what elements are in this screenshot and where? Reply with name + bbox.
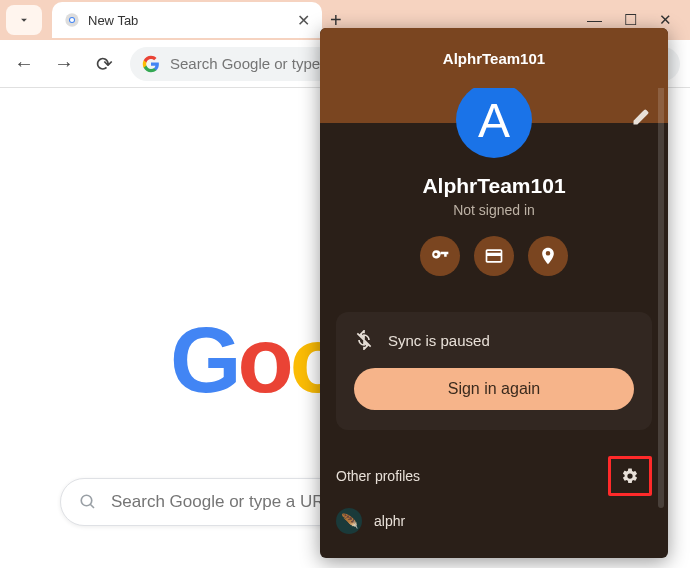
gear-icon	[621, 467, 639, 485]
edit-profile-button[interactable]	[632, 108, 650, 126]
other-profile-avatar: 🪶	[336, 508, 362, 534]
avatar-container: A	[320, 88, 668, 158]
other-profile-item[interactable]: 🪶 alphr	[336, 508, 652, 534]
profile-panel: AlphrTeam101 A AlphrTeam101 Not signed i…	[320, 28, 668, 558]
payment-methods-button[interactable]	[474, 236, 514, 276]
location-icon	[538, 246, 558, 266]
profile-display-name: AlphrTeam101	[320, 174, 668, 198]
other-profiles-section: Other profiles 🪶 alphr	[320, 456, 668, 534]
minimize-button[interactable]: —	[587, 11, 602, 29]
addresses-button[interactable]	[528, 236, 568, 276]
pencil-icon	[632, 108, 650, 126]
close-window-button[interactable]: ✕	[659, 11, 672, 29]
manage-profiles-button[interactable]	[621, 467, 639, 485]
sync-off-icon	[354, 330, 374, 350]
profile-panel-header: AlphrTeam101	[320, 28, 668, 88]
svg-line-4	[90, 504, 94, 508]
window-controls: — ☐ ✕	[587, 11, 690, 29]
tab-search-dropdown[interactable]	[6, 5, 42, 35]
sign-in-again-button[interactable]: Sign in again	[354, 368, 634, 410]
reload-button[interactable]: ⟳	[90, 52, 118, 76]
forward-button[interactable]: →	[50, 52, 78, 75]
key-icon	[430, 246, 450, 266]
chrome-favicon	[64, 12, 80, 28]
other-profile-name: alphr	[374, 513, 405, 529]
svg-point-3	[81, 495, 92, 506]
browser-tab[interactable]: New Tab ✕	[52, 2, 322, 38]
search-icon	[79, 493, 97, 511]
profile-header-name: AlphrTeam101	[443, 50, 545, 67]
svg-point-2	[70, 18, 74, 22]
sync-status-text: Sync is paused	[388, 332, 490, 349]
sync-status-row: Sync is paused	[354, 330, 634, 350]
profile-avatar: A	[456, 82, 532, 158]
profile-body: AlphrTeam101 Not signed in	[320, 158, 668, 294]
profile-quick-actions	[320, 236, 668, 276]
tab-title: New Tab	[88, 13, 289, 28]
maximize-button[interactable]: ☐	[624, 11, 637, 29]
credit-card-icon	[484, 246, 504, 266]
signed-in-status: Not signed in	[320, 202, 668, 218]
chevron-down-icon	[17, 13, 31, 27]
scrollbar[interactable]	[658, 38, 664, 508]
sync-card: Sync is paused Sign in again	[336, 312, 652, 430]
manage-profiles-highlight	[608, 456, 652, 496]
google-g-icon	[142, 55, 160, 73]
back-button[interactable]: ←	[10, 52, 38, 75]
tab-close-icon[interactable]: ✕	[297, 11, 310, 30]
passwords-button[interactable]	[420, 236, 460, 276]
other-profiles-title: Other profiles	[336, 468, 420, 484]
